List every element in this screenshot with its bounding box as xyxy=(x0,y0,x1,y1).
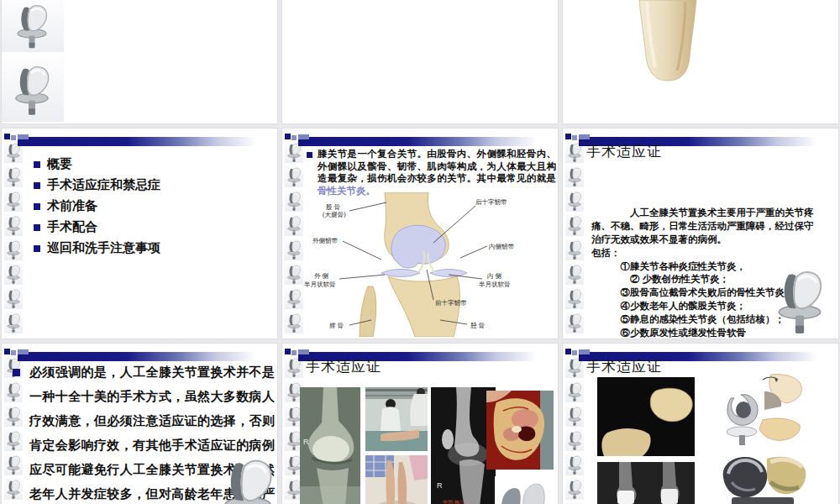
label-pcl: 后十字韧带 xyxy=(475,198,507,206)
header-gradient-bar xyxy=(298,137,558,146)
prosthesis-icon-sidebar xyxy=(565,357,585,504)
knee-prosthesis-icon xyxy=(565,381,584,402)
header-square-dark-icon xyxy=(4,134,10,139)
frontal-knee-xray-photo: R xyxy=(300,387,360,504)
anatomy-intro-plain: 膝关节是一个复合关节。由股骨内、外侧髁和胫骨内、外侧髁以及髌骨、韧带、肌肉等构成… xyxy=(318,149,556,183)
agenda-list: 概要 手术适应症和禁忌症 术前准备 手术配合 xyxy=(34,154,160,259)
square-bullet-icon xyxy=(34,203,40,210)
indication-line: 痛、不稳、畸形，日常生活活动严重障碍，经过保守 xyxy=(591,220,835,234)
slide-thumb-bone-partial[interactable] xyxy=(563,0,838,123)
slide-thumb-indications-text[interactable]: 手术适应证 人工全膝关节置换术主要用于严重的关节疼痛、不稳、畸形，日常生活活动严… xyxy=(563,129,838,339)
knee-prosthesis-icon xyxy=(4,430,23,451)
slide-thumb-indications-xray[interactable]: 手术适应证 R xyxy=(282,344,558,504)
slide-thumb-indications-implant[interactable]: 手术适应证 xyxy=(563,344,838,504)
knee-prosthesis-icon xyxy=(565,166,584,187)
agenda-item-label: 手术适应症和禁忌症 xyxy=(47,177,160,193)
femur-bone-photo xyxy=(637,0,699,84)
prosthesis-icon-sidebar xyxy=(565,142,585,337)
agenda-item: 概要 xyxy=(34,154,160,175)
header-square-light-icon xyxy=(11,350,16,355)
knee-prosthesis-icon xyxy=(565,430,584,451)
header-square-light-icon xyxy=(11,135,16,140)
knee-prosthesis-icon xyxy=(565,479,584,500)
header-square-dark-icon xyxy=(565,349,571,354)
header-gradient-bar xyxy=(18,137,277,146)
implant-xray-photo xyxy=(597,462,695,504)
square-bullet-icon xyxy=(307,152,312,158)
header-square-dark-icon xyxy=(4,349,10,354)
knee-prosthesis-icon xyxy=(4,215,23,236)
knee-prosthesis-icon xyxy=(565,191,584,212)
indication-line: 包括： xyxy=(591,247,835,260)
knee-prosthesis-photo xyxy=(767,266,832,337)
slide-thumb-title-partial[interactable] xyxy=(2,0,277,123)
knee-prosthesis-icon xyxy=(4,479,23,500)
agenda-item-label: 手术配合 xyxy=(47,219,97,235)
patient-legs-photo xyxy=(365,455,428,504)
slide-title: 手术适应证 xyxy=(306,357,381,376)
prosthesis-icon-sidebar xyxy=(4,142,24,337)
knee-prosthesis-icon xyxy=(4,264,23,285)
slide-title: 手术适应证 xyxy=(586,357,662,376)
slide-thumb-anatomy[interactable]: 膝关节是一个复合关节。由股骨内、外侧髁和胫骨内、外侧髁以及髌骨、韧带、肌肉等构成… xyxy=(282,129,558,339)
label-tibia: 胫 骨 xyxy=(470,322,485,329)
slide-thumb-agenda[interactable]: 概要 手术适应症和禁忌症 术前准备 手术配合 xyxy=(2,129,277,339)
knee-prosthesis-icon xyxy=(4,288,23,309)
xray-caption-red: 中国-梅江 xyxy=(443,500,465,504)
slide-thumb-emphasis[interactable]: 必须强调的是，人工全膝关节置换术并不是一种十全十美的手术方式，虽然大多数病人疗效… xyxy=(2,344,277,504)
header-square-dark-icon xyxy=(285,349,291,354)
header-square-light-icon xyxy=(291,135,297,140)
tka-implant-illustration xyxy=(716,373,803,452)
header-square-light-icon xyxy=(572,135,577,140)
indication-line: 人工全膝关节置换术主要用于严重的关节疼 xyxy=(591,207,835,220)
knee-prosthesis-icon xyxy=(565,215,584,236)
header-square-dark-icon xyxy=(285,134,291,139)
knee-prosthesis-icon xyxy=(4,381,23,402)
label-lat-meniscus-1: 外 侧 xyxy=(314,272,328,280)
knee-prosthesis-icon xyxy=(4,191,23,212)
label-lat-meniscus-2: 半月状软骨 xyxy=(304,281,336,288)
knee-prosthesis-icon xyxy=(4,406,23,427)
knee-prosthesis-icon xyxy=(565,288,584,309)
bone-specimen-photo xyxy=(597,377,695,456)
agenda-item-label: 巡回和洗手注意事项 xyxy=(47,240,160,256)
knee-prosthesis-photo-partial xyxy=(495,476,547,504)
knee-prosthesis-icon xyxy=(4,454,23,475)
label-mcl: 内侧韧带 xyxy=(489,243,515,250)
label-femur: 股 骨 xyxy=(326,203,340,211)
header-square-dark-icon xyxy=(565,134,571,139)
knee-prosthesis-icon xyxy=(565,264,584,285)
header-square-light-icon xyxy=(572,350,577,355)
slide-grid-page: 概要 手术适应症和禁忌症 术前准备 手术配合 xyxy=(0,0,840,504)
agenda-item-label: 概要 xyxy=(47,156,72,172)
square-bullet-icon xyxy=(34,224,40,231)
agenda-item: 巡回和洗手注意事项 xyxy=(34,238,160,259)
knee-anatomy-diagram: 股 骨 (大腿骨) 后十字韧带 外侧韧带 内侧韧带 外 侧 半月状软骨 内 侧 … xyxy=(301,192,553,337)
agenda-item: 手术配合 xyxy=(34,217,160,238)
prosthesis-icon-sidebar xyxy=(4,357,24,504)
anatomy-intro-text: 膝关节是一个复合关节。由股骨内、外侧髁和胫骨内、外侧髁以及髌骨、韧带、肌肉等构成… xyxy=(318,148,556,197)
xray-marker-r: R xyxy=(437,481,443,490)
knee-prosthesis-icon xyxy=(565,454,584,475)
label-acl: 前十字韧带 xyxy=(435,299,467,307)
slide-thumb-blank-partial[interactable] xyxy=(282,0,558,123)
knee-prosthesis-icon xyxy=(4,239,23,260)
slide-title: 手术适应证 xyxy=(586,142,662,161)
agenda-item-label: 术前准备 xyxy=(47,198,97,214)
square-bullet-icon xyxy=(34,182,40,189)
knee-prosthesis-icon xyxy=(4,166,23,187)
open-knee-surgery-photo xyxy=(486,391,554,470)
agenda-item: 手术适应症和禁忌症 xyxy=(34,175,160,196)
knee-prosthesis-photo xyxy=(2,57,64,122)
indication-line: 治疗无效或效果不显著的病例。 xyxy=(591,234,835,247)
agenda-item: 术前准备 xyxy=(34,196,160,217)
label-femur-sub: (大腿骨) xyxy=(323,211,346,218)
clinical-exam-photo xyxy=(365,387,428,451)
knee-prosthesis-icon xyxy=(565,239,584,260)
knee-prosthesis-photo xyxy=(2,0,64,52)
knee-prosthesis-photo xyxy=(212,454,277,504)
knee-prosthesis-icon xyxy=(285,166,303,187)
label-med-meniscus-2: 半月状软骨 xyxy=(479,281,511,288)
metal-implant-photo xyxy=(720,454,807,504)
knee-prosthesis-icon xyxy=(4,312,23,333)
